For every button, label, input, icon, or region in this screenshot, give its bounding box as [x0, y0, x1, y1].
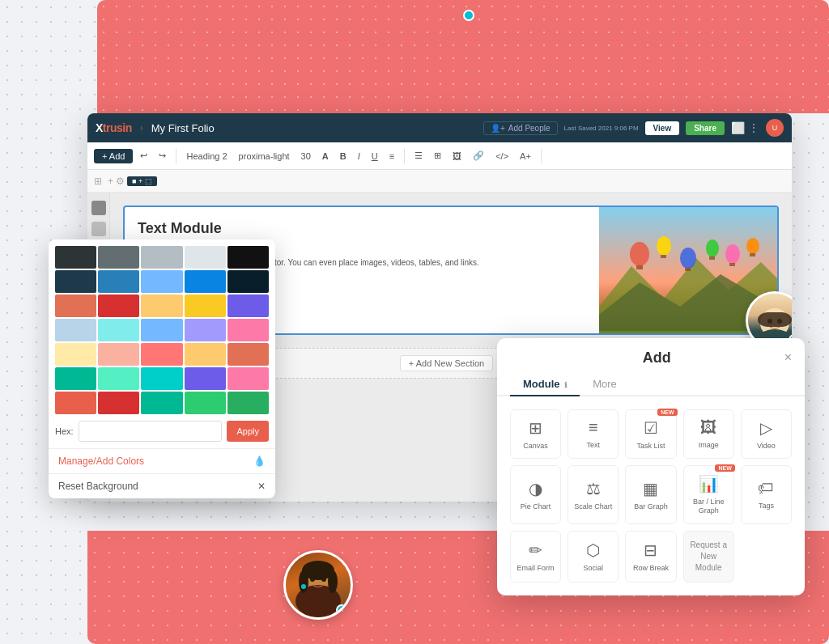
swatch-19[interactable]	[185, 319, 226, 341]
module-video[interactable]: ▷ Video	[741, 409, 792, 460]
underline-button[interactable]: U	[368, 150, 382, 163]
user-avatar: U	[766, 119, 784, 137]
swatch-12[interactable]	[98, 294, 139, 317]
manage-colors-button[interactable]: Manage/Add Colors 💧	[49, 448, 275, 473]
hex-input[interactable]	[79, 421, 223, 442]
swatch-2[interactable]	[98, 246, 139, 269]
swatch-9[interactable]	[185, 270, 226, 293]
module-canvas[interactable]: ⊞ Canvas	[510, 409, 561, 460]
svg-point-21	[746, 238, 759, 254]
module-pie-chart[interactable]: ◑ Pie Chart	[510, 465, 561, 524]
hex-apply-button[interactable]: Apply	[227, 421, 269, 442]
swatch-27[interactable]	[98, 367, 139, 390]
email-form-label: Email Form	[517, 564, 555, 573]
swatch-15[interactable]	[227, 294, 269, 317]
swatch-16[interactable]	[55, 319, 96, 341]
module-bar-line-graph[interactable]: NEW 📊 Bar / Line Graph	[683, 465, 734, 524]
svg-rect-12	[636, 265, 643, 269]
undo-button[interactable]: ↩	[136, 149, 151, 163]
reset-background-button[interactable]: Reset Background ✕	[49, 473, 275, 498]
monitor-icon[interactable]: ⬜	[731, 121, 745, 134]
swatch-31[interactable]	[55, 392, 96, 414]
swatch-33[interactable]	[141, 392, 182, 414]
list-button[interactable]: ☰	[410, 149, 427, 163]
close-icon: ✕	[257, 481, 266, 492]
code-button[interactable]: </>	[491, 150, 512, 163]
avatar-top-status	[463, 10, 474, 21]
module-tags[interactable]: 🏷 Tags	[741, 465, 792, 524]
swatch-21[interactable]	[55, 343, 96, 366]
module-bar-graph[interactable]: ▦ Bar Graph	[625, 465, 676, 524]
sidebar-tool-2[interactable]	[91, 222, 106, 236]
task-list-label: Task List	[636, 442, 665, 451]
canvas-icon: ⊞	[529, 418, 542, 438]
swatch-29[interactable]	[185, 367, 226, 390]
tab-module[interactable]: Module ℹ	[510, 373, 580, 396]
image-button[interactable]: 🖼	[449, 150, 466, 163]
add-panel-close-button[interactable]: ×	[784, 350, 792, 365]
redo-button[interactable]: ↪	[155, 149, 170, 163]
italic-button[interactable]: I	[354, 150, 364, 163]
swatch-3[interactable]	[141, 246, 182, 269]
swatch-14[interactable]	[185, 294, 226, 317]
swatch-28[interactable]	[141, 367, 182, 390]
module-text[interactable]: ≡ Text	[568, 409, 619, 460]
module-image[interactable]: 🖼 Image	[683, 409, 734, 460]
swatch-26[interactable]	[55, 367, 96, 390]
scale-chart-icon: ⚖	[586, 479, 601, 498]
swatch-32[interactable]	[98, 392, 139, 414]
swatch-17[interactable]	[98, 319, 139, 341]
format-settings-icon: ⚙	[116, 176, 125, 187]
pie-chart-icon: ◑	[529, 479, 542, 498]
swatch-5[interactable]	[227, 246, 269, 269]
align-button[interactable]: ≡	[385, 150, 398, 163]
more-format-button[interactable]: A+	[516, 150, 535, 163]
font-color-button[interactable]: A	[318, 150, 333, 163]
swatch-8[interactable]	[141, 270, 182, 293]
swatch-1[interactable]	[55, 246, 96, 269]
swatch-11[interactable]	[55, 294, 96, 317]
canvas-label: Canvas	[523, 442, 548, 451]
swatch-22[interactable]	[98, 343, 139, 366]
swatch-7[interactable]	[98, 270, 139, 293]
add-section-button[interactable]: + Add New Section	[400, 355, 493, 371]
module-email-form[interactable]: ✏ Email Form	[510, 531, 561, 583]
swatch-23[interactable]	[141, 343, 182, 366]
bold-button[interactable]: B	[336, 150, 351, 163]
swatch-25[interactable]	[227, 343, 269, 366]
table-button[interactable]: ⊞	[430, 149, 445, 163]
bar-line-badge: NEW	[715, 464, 734, 472]
swatch-6[interactable]	[55, 270, 96, 293]
add-people-button[interactable]: 👤+ Add People	[483, 121, 558, 135]
module-request-new[interactable]: Request a New Module	[683, 531, 734, 583]
module-social[interactable]: ⬡ Social	[568, 531, 619, 583]
svg-point-35	[299, 570, 308, 593]
add-button[interactable]: + Add	[94, 149, 133, 163]
swatch-35[interactable]	[227, 392, 269, 414]
swatch-13[interactable]	[141, 294, 182, 317]
view-button[interactable]: View	[645, 121, 680, 135]
swatch-24[interactable]	[185, 343, 226, 366]
share-button[interactable]: Share	[686, 121, 725, 135]
heading-select[interactable]: Heading 2	[182, 150, 231, 163]
link-button[interactable]: 🔗	[469, 149, 488, 163]
font-select[interactable]: proxima-light	[235, 150, 294, 163]
module-row-break[interactable]: ⊟ Row Break	[625, 531, 676, 583]
swatch-30[interactable]	[227, 367, 269, 390]
svg-point-11	[630, 242, 649, 266]
module-task-list[interactable]: NEW ☑ Task List	[625, 409, 676, 460]
add-panel-tabs: Module ℹ More	[497, 373, 805, 396]
video-icon: ▷	[760, 418, 772, 438]
more-icon[interactable]: ⋮	[748, 121, 759, 134]
add-module-panel: Add × Module ℹ More ⊞ Canvas ≡ Text NEW …	[497, 338, 805, 595]
swatch-20[interactable]	[227, 319, 269, 341]
swatch-4[interactable]	[185, 246, 226, 269]
sidebar-tool-1[interactable]	[91, 201, 106, 215]
swatch-18[interactable]	[141, 319, 182, 341]
module-scale-chart[interactable]: ⚖ Scale Chart	[568, 465, 619, 524]
swatch-34[interactable]	[185, 392, 226, 414]
navbar-icons: ⬜ ⋮	[731, 121, 759, 134]
size-select[interactable]: 30	[297, 150, 315, 163]
swatch-10[interactable]	[227, 270, 269, 293]
tab-more[interactable]: More	[580, 373, 630, 396]
